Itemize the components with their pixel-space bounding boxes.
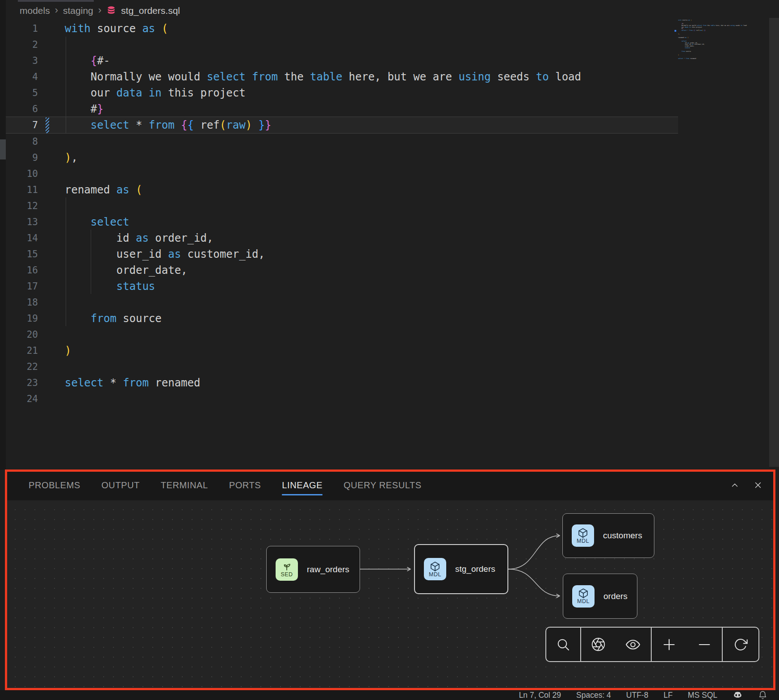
code-line-14[interactable]: 14 id as order_id, (6, 230, 678, 246)
code-line-3[interactable]: 3 {#- (6, 53, 678, 69)
close-icon[interactable] (753, 480, 763, 490)
line-number: 10 (6, 166, 38, 182)
editor-tab-remnant (18, 0, 94, 2)
node-badge-label: MDL (429, 571, 441, 578)
code-text: renamed as ( (65, 182, 142, 198)
code-line-10[interactable]: 10 (6, 166, 678, 182)
breadcrumb-item-models[interactable]: models (20, 5, 50, 16)
code-text: #} (65, 101, 104, 117)
code-line-22[interactable]: 22 (6, 359, 678, 375)
breadcrumb-item-staging[interactable]: staging (63, 5, 93, 16)
seed-icon: SED (276, 558, 298, 581)
code-line-12[interactable]: 12 (6, 198, 678, 214)
toolbar-group (652, 628, 723, 661)
status-language[interactable]: MS SQL (688, 691, 717, 700)
code-line-9[interactable]: 9), (6, 150, 678, 166)
plus-icon[interactable] (662, 637, 677, 652)
status-encoding[interactable]: UTF-8 (626, 691, 649, 700)
code-text: ), (65, 150, 78, 166)
tab-output[interactable]: OUTPUT (101, 470, 140, 500)
code-text: from source (65, 310, 162, 327)
code-line-23[interactable]: 23select * from renamed (6, 375, 678, 391)
minimap-change-marker (674, 30, 676, 32)
line-number: 22 (6, 359, 38, 375)
eye-icon[interactable] (625, 637, 641, 653)
node-label: orders (603, 591, 628, 601)
status-bar: Ln 7, Col 29Spaces: 4UTF-8LFMS SQL (0, 690, 779, 700)
line-number: 5 (6, 85, 38, 101)
code-text: our data in this project (65, 85, 246, 101)
status-cursor-position[interactable]: Ln 7, Col 29 (519, 691, 561, 700)
minus-icon[interactable] (697, 637, 712, 652)
code-text: ) (65, 343, 71, 359)
minimap[interactable]: with source as ( {#- Normally we would s… (678, 20, 755, 69)
line-number: 21 (6, 343, 38, 359)
line-number: 1 (6, 21, 38, 37)
copilot-icon[interactable] (733, 690, 743, 700)
bell-icon[interactable] (758, 691, 767, 700)
status-eol[interactable]: LF (663, 691, 672, 700)
status-indentation[interactable]: Spaces: 4 (576, 691, 611, 700)
tab-terminal[interactable]: TERMINAL (161, 470, 208, 500)
code-line-17[interactable]: 17 status (6, 278, 678, 294)
code-editor[interactable]: 1with source as (23 {#-4 Normally we wou… (6, 21, 678, 414)
lineage-node-customers[interactable]: MDLcustomers (562, 513, 654, 558)
code-line-6[interactable]: 6 #} (6, 101, 678, 117)
code-line-11[interactable]: 11renamed as ( (6, 182, 678, 198)
database-icon (106, 6, 116, 16)
node-label: customers (603, 531, 642, 541)
lineage-node-stg_orders[interactable]: MDLstg_orders (414, 544, 508, 594)
code-line-8[interactable]: 8 (6, 134, 678, 150)
code-line-21[interactable]: 21) (6, 343, 678, 359)
line-number: 4 (6, 69, 38, 85)
code-line-19[interactable]: 19 from source (6, 310, 678, 327)
tab-lineage[interactable]: LINEAGE (282, 470, 322, 500)
line-number: 6 (6, 101, 38, 117)
scrollbar-track[interactable] (769, 18, 779, 467)
lineage-node-orders[interactable]: MDLorders (563, 574, 637, 619)
refresh-icon[interactable] (733, 637, 748, 652)
search-icon[interactable] (556, 637, 570, 652)
breadcrumb-separator-icon: › (98, 4, 101, 16)
tab-problems[interactable]: PROBLEMS (29, 470, 80, 500)
node-badge-label: MDL (577, 598, 590, 604)
code-line-5[interactable]: 5 our data in this project (6, 85, 678, 101)
toolbar-group (546, 628, 581, 661)
line-number: 15 (6, 246, 38, 262)
code-line-20[interactable]: 20 (6, 327, 678, 343)
line-number: 23 (6, 375, 38, 391)
lineage-toolbar (545, 627, 759, 662)
breadcrumb[interactable]: models › staging › stg_orders.sql (20, 4, 180, 18)
code-line-24[interactable]: 24 (6, 391, 678, 407)
code-line-7[interactable]: 7 select * from {{ ref(raw) }} (6, 117, 678, 134)
line-number: 17 (6, 278, 38, 294)
code-line-13[interactable]: 13 select (6, 214, 678, 230)
chevron-up-icon[interactable] (730, 480, 740, 490)
line-number: 9 (6, 150, 38, 166)
line-number: 11 (6, 182, 38, 198)
line-number: 8 (6, 134, 38, 150)
left-scrollbar-thumb[interactable] (0, 139, 6, 159)
breadcrumb-file-name[interactable]: stg_orders.sql (121, 5, 180, 16)
code-line-4[interactable]: 4 Normally we would select from the tabl… (6, 69, 678, 85)
code-line-18[interactable]: 18 (6, 294, 678, 310)
code-line-15[interactable]: 15 user_id as customer_id, (6, 246, 678, 262)
line-number: 12 (6, 198, 38, 214)
code-text: user_id as customer_id, (65, 246, 265, 262)
line-number: 16 (6, 262, 38, 278)
aperture-icon[interactable] (591, 637, 606, 652)
code-text: select (65, 214, 130, 230)
tab-ports[interactable]: PORTS (229, 470, 261, 500)
code-line-1[interactable]: 1with source as ( (6, 21, 678, 37)
node-badge-label: MDL (577, 538, 589, 544)
tab-query-results[interactable]: QUERY RESULTS (343, 470, 422, 500)
code-text: order_date, (65, 262, 188, 278)
panel-tab-bar: PROBLEMSOUTPUTTERMINALPORTSLINEAGEQUERY … (5, 470, 775, 500)
code-text: status (65, 278, 155, 294)
code-line-2[interactable]: 2 (6, 37, 678, 53)
code-line-16[interactable]: 16 order_date, (6, 262, 678, 278)
lineage-node-raw_orders[interactable]: SEDraw_orders (266, 546, 360, 593)
lineage-canvas[interactable]: SEDraw_ordersMDLstg_ordersMDLcustomersMD… (5, 500, 775, 690)
line-number: 13 (6, 214, 38, 230)
line-number: 20 (6, 327, 38, 343)
